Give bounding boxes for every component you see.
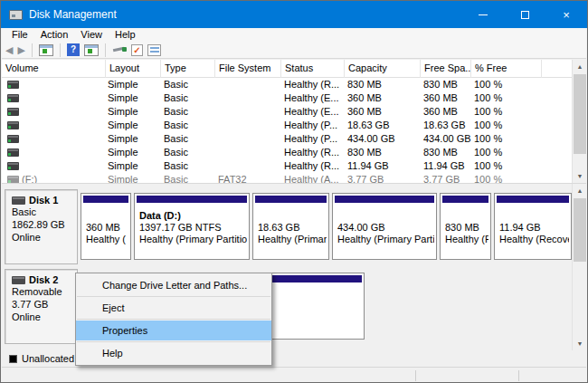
- cell-type: Basic: [164, 174, 188, 183]
- volume-list: Volume Layout Type File System Status Ca…: [2, 60, 573, 183]
- partition-size: 830 MB: [445, 222, 488, 234]
- disk1-status: Online: [12, 231, 77, 244]
- column-header-blank: [542, 60, 573, 78]
- partition[interactable]: 434.00 GB Healthy (Primary Partit: [332, 193, 437, 260]
- cell-free: 360 MB: [423, 92, 458, 103]
- menu-item-change-drive-letter[interactable]: Change Drive Letter and Paths...: [76, 275, 271, 295]
- partition-size: 18.63 GB: [258, 222, 327, 234]
- drive-icon: [7, 121, 19, 129]
- menu-file[interactable]: File: [5, 28, 34, 42]
- cell-filesystem: FAT32: [218, 174, 247, 183]
- table-row[interactable]: Simple Basic Healthy (E... 360 MB 360 MB…: [2, 91, 573, 105]
- cell-layout: Simple: [108, 120, 138, 130]
- table-row[interactable]: Simple Basic Healthy (R... 830 MB 830 MB…: [2, 78, 573, 91]
- cell-pctfree: 100 %: [474, 160, 502, 171]
- forward-icon[interactable]: ▶: [17, 43, 24, 57]
- partition-name: Data (D:): [139, 210, 247, 222]
- partition[interactable]: 360 MB Healthy (: [81, 193, 131, 260]
- partition[interactable]: 11.94 GB Healthy (Recove: [494, 193, 572, 260]
- cell-pctfree: 100 %: [474, 92, 502, 103]
- maximize-icon: [521, 11, 529, 19]
- scrollbar-thumb[interactable]: [574, 74, 586, 154]
- table-row[interactable]: Simple Basic Healthy (P... 434.00 GB 434…: [2, 132, 573, 146]
- column-header-status[interactable]: Status: [281, 60, 345, 78]
- cell-capacity: 3.77 GB: [347, 174, 384, 183]
- scrollbar-thumb[interactable]: [574, 198, 586, 262]
- minimize-icon: [479, 14, 488, 15]
- disk1-panel[interactable]: Disk 1 Basic 1862.89 GB Online: [5, 189, 78, 264]
- menu-help[interactable]: Help: [109, 28, 142, 42]
- statusbar-divider: [518, 370, 519, 381]
- scroll-up-icon[interactable]: ▲: [573, 60, 587, 73]
- partition[interactable]: 18.63 GB Healthy (Primary: [252, 193, 329, 260]
- cell-pctfree: 100 %: [474, 147, 502, 158]
- cell-status: Healthy (A...: [284, 174, 339, 183]
- partition[interactable]: 830 MB Healthy (R: [440, 193, 491, 260]
- table-row[interactable]: Simple Basic Healthy (R... 11.94 GB 11.9…: [2, 159, 573, 173]
- cell-volume: (F:): [22, 174, 37, 183]
- cell-type: Basic: [164, 79, 188, 90]
- column-header-freespace[interactable]: Free Spa...: [421, 60, 471, 78]
- help-icon[interactable]: ?: [67, 43, 80, 56]
- table-row[interactable]: Simple Basic Healthy (R... 830 MB 830 MB…: [2, 146, 573, 159]
- scroll-down-icon[interactable]: ▼: [573, 169, 587, 183]
- disk1-type: Basic: [12, 206, 77, 218]
- column-header-layout[interactable]: Layout: [106, 60, 161, 78]
- properties-list-icon[interactable]: [147, 44, 161, 56]
- disk2-panel[interactable]: Disk 2 Removable 3.77 GB Online: [5, 269, 78, 344]
- partition-color-bar: [137, 196, 247, 203]
- menu-item-eject[interactable]: Eject: [76, 298, 271, 318]
- toolbar-separator: [60, 43, 61, 57]
- column-header-type[interactable]: Type: [161, 60, 215, 78]
- cell-type: Basic: [164, 133, 188, 144]
- legend-label: Unallocated: [22, 353, 74, 364]
- disk2-type: Removable: [12, 285, 77, 298]
- menu-separator: [77, 319, 270, 320]
- menu-action[interactable]: Action: [34, 28, 75, 42]
- unallocated-swatch: [9, 355, 17, 363]
- partition-color-bar: [442, 196, 488, 203]
- console-tree-icon[interactable]: [39, 44, 53, 56]
- partition-status: Healthy (Primary: [258, 234, 327, 245]
- maximize-button[interactable]: [504, 1, 545, 28]
- partition-size: 434.00 GB: [337, 222, 434, 234]
- partition-status: Healthy (R: [445, 234, 488, 245]
- close-icon: ×: [563, 8, 570, 22]
- column-header-volume[interactable]: Volume: [2, 60, 106, 78]
- graphical-view-scrollbar[interactable]: ▲ ▼: [572, 184, 586, 350]
- disk2-name: Disk 2: [29, 274, 58, 285]
- cell-layout: Simple: [108, 133, 138, 144]
- partition-status: Healthy (: [86, 234, 128, 245]
- close-button[interactable]: ×: [545, 1, 587, 28]
- cell-capacity: 11.94 GB: [347, 160, 389, 171]
- column-header-capacity[interactable]: Capacity: [345, 60, 421, 78]
- partition[interactable]: Data (D:) 1397.17 GB NTFS Healthy (Prima…: [134, 193, 250, 260]
- column-header-filesystem[interactable]: File System: [215, 60, 281, 78]
- partition-color-bar: [335, 196, 434, 203]
- check-document-icon[interactable]: ✓: [131, 44, 143, 56]
- table-row[interactable]: Simple Basic Healthy (P... 18.63 GB 18.6…: [2, 119, 573, 132]
- scroll-up-icon[interactable]: ▲: [573, 184, 587, 197]
- cell-type: Basic: [164, 160, 188, 171]
- disk1-size: 1862.89 GB: [12, 218, 77, 231]
- cell-capacity: 18.63 GB: [347, 120, 389, 130]
- table-row[interactable]: (F:) Simple Basic FAT32 Healthy (A... 3.…: [2, 173, 573, 183]
- tools-icon[interactable]: [112, 44, 127, 55]
- partition-size: 360 MB: [86, 222, 128, 234]
- table-row[interactable]: Simple Basic Healthy (E... 360 MB 360 MB…: [2, 105, 573, 119]
- action-pane-icon[interactable]: [84, 44, 99, 56]
- cell-layout: Simple: [108, 79, 138, 90]
- cell-layout: Simple: [108, 160, 138, 171]
- volume-list-scrollbar[interactable]: ▲ ▼: [572, 60, 586, 183]
- menu-view[interactable]: View: [74, 28, 109, 42]
- toolbar: ◀ ▶ ? ✓: [2, 42, 586, 59]
- minimize-button[interactable]: [462, 1, 504, 28]
- partition-status: Healthy (Recove: [499, 234, 569, 245]
- scroll-down-icon[interactable]: ▼: [573, 337, 587, 350]
- menu-item-help[interactable]: Help: [76, 343, 271, 363]
- menu-item-properties[interactable]: Properties: [76, 321, 271, 340]
- column-header-pctfree[interactable]: % Free: [471, 60, 542, 78]
- cell-layout: Simple: [108, 174, 138, 183]
- disk-icon: [12, 276, 25, 284]
- back-icon[interactable]: ◀: [5, 43, 13, 57]
